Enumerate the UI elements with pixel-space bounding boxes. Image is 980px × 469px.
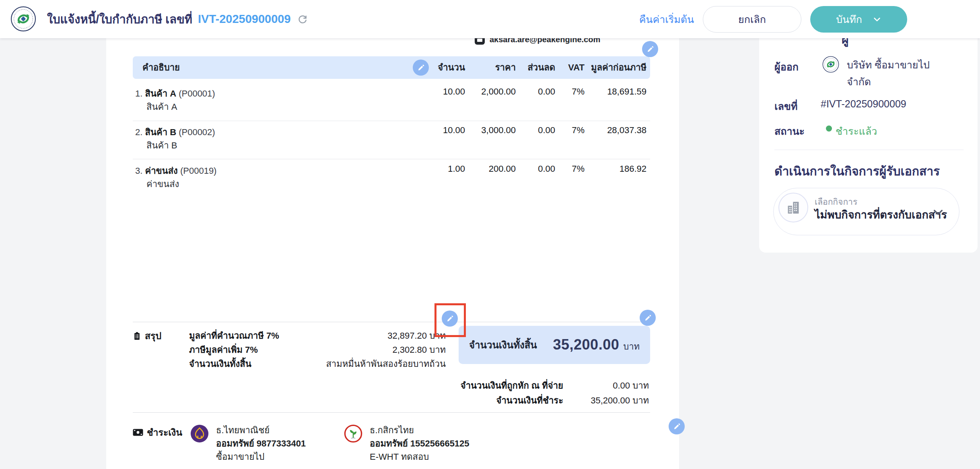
grand-total-unit: บาท (623, 339, 640, 354)
cell-pre-vat: 18,691.59 (607, 86, 646, 97)
summary-line-label: จำนวนเงินทั้งสิ้น (189, 357, 279, 371)
building-icon (786, 200, 801, 215)
column-price: ราคา (495, 56, 516, 79)
line-items-table-header: คำอธิบาย จำนวน ราคา ส่วนลด VAT มูลค่าก่อ… (133, 56, 650, 79)
grand-total-box: จำนวนเงินทั้งสิ้น 35,200.00 บาท (459, 326, 650, 364)
paid-label: จำนวนเงินที่ชำระ (496, 393, 563, 407)
summary-divider (133, 322, 650, 322)
bank-note: E-WHT ทดสอบ (370, 450, 469, 463)
kbank-bank-logo (344, 424, 362, 443)
scb-bank-logo (190, 424, 209, 443)
cell-price: 3,000.00 (481, 125, 516, 136)
item-code: (P00001) (179, 88, 215, 99)
item-description: สินค้า B (146, 138, 177, 152)
payment-method: ธ.กสิกรไทย ออมทรัพย์ 155256665125 E-WHT … (370, 424, 469, 463)
row-number: 1. (135, 88, 142, 99)
summary-line-value: 2,302.80 บาท (326, 343, 446, 357)
column-discount: ส่วนลด (527, 56, 555, 79)
payment-divider (133, 412, 650, 413)
pencil-icon (644, 314, 652, 322)
business-avatar (778, 193, 808, 222)
item-code: (P00002) (179, 127, 215, 137)
item-description: ค่าขนส่ง (146, 177, 179, 191)
column-quantity: จำนวน (438, 56, 465, 79)
summary-section-title: สรุป (145, 329, 161, 343)
grand-total-amount: 35,200.00 (553, 336, 620, 353)
payment-section-label: ชำระเงิน (133, 425, 182, 440)
sidebar-divider (774, 150, 964, 150)
clipboard-icon (133, 331, 141, 341)
top-bar: ใบแจ้งหนี้/ใบกำกับภาษี เลขที่ IVT-202509… (0, 0, 980, 38)
cell-quantity: 10.00 (443, 86, 465, 97)
cell-quantity: 1.00 (448, 164, 465, 174)
chevron-down-icon (932, 206, 945, 219)
payment-section-title: ชำระเงิน (147, 425, 182, 440)
doc-number-value: #IVT-20250900009 (821, 98, 906, 110)
pencil-icon (646, 45, 654, 53)
payment-method: ธ.ไทยพาณิชย์ ออมทรัพย์ 9877333401 ซื้อมา… (216, 424, 306, 463)
refresh-icon (297, 14, 308, 25)
dropdown-value: ไม่พบกิจการที่ตรงกับเอกสาร (815, 206, 947, 223)
item-name: สินค้า B (145, 127, 176, 137)
cell-discount: 0.00 (538, 125, 555, 136)
top-bar-actions: คืนค่าเริ่มต้น ยกเลิก บันทึก (639, 0, 907, 38)
document-info-panel: ผู้ ผู้ออก บริษัท ซื้อมาขายไป จำกัด เลขท… (759, 24, 978, 253)
cell-vat: 7% (572, 164, 585, 174)
cell-discount: 0.00 (538, 86, 555, 97)
status-label: สถานะ (774, 123, 805, 139)
status-badge: ชำระแล้ว (836, 123, 877, 139)
business-select-dropdown[interactable]: เลือกกิจการ ไม่พบกิจการที่ตรงกับเอกสาร (773, 188, 959, 235)
cell-pre-vat: 28,037.38 (607, 125, 646, 136)
cell-vat: 7% (572, 125, 585, 136)
edit-document-header-button[interactable] (642, 41, 658, 57)
summary-line-label: ภาษีมูลค่าเพิ่ม 7% (189, 343, 279, 357)
wht-value: 0.00 บาท (613, 378, 649, 393)
bank-account: ออมทรัพย์ 9877333401 (216, 437, 306, 450)
page-title: ใบแจ้งหนี้/ใบกำกับภาษี เลขที่ (47, 10, 192, 29)
edit-line-items-button[interactable] (413, 60, 429, 76)
edit-payment-button[interactable] (669, 418, 685, 434)
summary-line-value: สามหมื่นห้าพันสองร้อยบาทถ้วน (326, 357, 446, 371)
save-button[interactable]: บันทึก (810, 6, 907, 33)
wht-label: จำนวนเงินที่ถูกหัก ณ ที่จ่าย (461, 378, 563, 393)
column-vat: VAT (568, 56, 585, 79)
row-number: 3. (135, 166, 142, 176)
table-row[interactable]: 3. ค่าขนส่ง (P00019) ค่าขนส่ง 1.00 200.0… (133, 164, 650, 197)
highlight-box (434, 303, 466, 337)
issuer-name: บริษัท ซื้อมาขายไป จำกัด (847, 56, 930, 90)
edit-total-button[interactable] (640, 310, 656, 326)
row-number: 2. (135, 127, 142, 137)
row-divider (133, 159, 650, 159)
summary-line-label: มูลค่าที่คำนวณภาษี 7% (189, 329, 279, 343)
paid-value: 35,200.00 บาท (591, 393, 649, 407)
bank-name: ธ.กสิกรไทย (370, 424, 469, 437)
summary-labels: มูลค่าที่คำนวณภาษี 7% ภาษีมูลค่าเพิ่ม 7%… (189, 329, 279, 371)
cancel-button[interactable]: ยกเลิก (703, 6, 801, 33)
row-divider (133, 121, 650, 121)
table-row[interactable]: 1. สินค้า A (P00001) สินค้า A 10.00 2,00… (133, 86, 650, 120)
invoice-document: aksara.are@peakengine.com คำอธิบาย จำนวน… (106, 38, 679, 469)
summary-section-label: สรุป (133, 329, 161, 343)
item-name: สินค้า A (145, 88, 176, 99)
status-dot-icon (826, 125, 832, 132)
issuer-label: ผู้ออก (774, 59, 799, 75)
doc-number-link[interactable]: IVT-20250900009 (198, 12, 291, 26)
issuer-company-logo (822, 56, 839, 73)
column-description: คำอธิบาย (142, 56, 180, 79)
reset-defaults-link[interactable]: คืนค่าเริ่มต้น (639, 11, 694, 27)
cell-price: 200.00 (489, 164, 516, 174)
cell-vat: 7% (572, 86, 585, 97)
bank-name: ธ.ไทยพาณิชย์ (216, 424, 306, 437)
item-name: ค่าขนส่ง (145, 166, 177, 176)
cell-quantity: 10.00 (443, 125, 465, 136)
cell-discount: 0.00 (538, 164, 555, 174)
save-button-label: บันทึก (836, 11, 862, 27)
action-heading: ดำเนินการในกิจการผู้รับเอกสาร (774, 162, 940, 181)
cell-price: 2,000.00 (481, 86, 516, 97)
table-row[interactable]: 2. สินค้า B (P00002) สินค้า B 10.00 3,00… (133, 125, 650, 159)
summary-line-value: 32,897.20 บาท (326, 329, 446, 343)
company-logo (10, 6, 36, 32)
pencil-icon (417, 64, 425, 72)
column-pre-vat-amount: มูลค่าก่อนภาษี (591, 56, 646, 79)
refresh-button[interactable] (296, 13, 309, 25)
